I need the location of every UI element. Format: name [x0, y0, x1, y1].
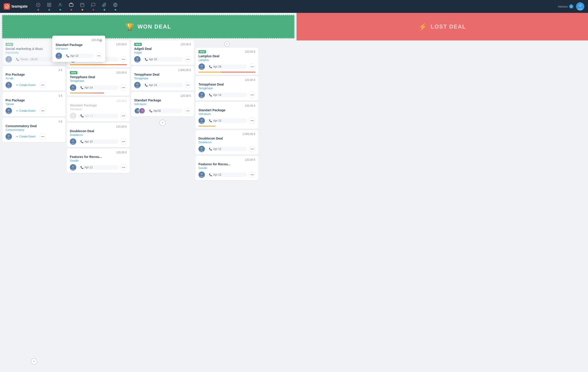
- card-company[interactable]: Volt-taxon: [134, 103, 191, 106]
- card-company[interactable]: Tempphase: [134, 77, 191, 80]
- kanban-col-3-inner: NEW 120,00 € Adgeli Deal Adgeli 📞 Apr 15…: [131, 41, 194, 366]
- card-action[interactable]: 📞 Apr 13: [207, 118, 247, 123]
- nav-leads[interactable]: [33, 2, 43, 11]
- deal-card-pro-yahwe[interactable]: 0 € Pro Package Yahwe ✏ Create Event •••: [3, 92, 65, 116]
- deal-card-features-col4[interactable]: 120,00 € Features for Recou... Goodin 📞 …: [196, 156, 258, 180]
- card-more[interactable]: •••: [185, 108, 191, 114]
- phone-icon: 📞: [209, 119, 212, 122]
- deal-card-pro-xxlab[interactable]: 0 € Pro Package Xx-lab ✏ Create Event ••…: [3, 66, 65, 91]
- card-top: 120,00 €: [199, 104, 255, 107]
- drag-preview-more[interactable]: •••: [95, 53, 102, 59]
- card-action[interactable]: 📞 Apr 15: [142, 57, 183, 62]
- card-more[interactable]: •••: [40, 82, 46, 88]
- deal-card-standart-multi[interactable]: 120,00 € Standart Package Volt-taxon 📞: [131, 92, 194, 116]
- card-more[interactable]: •••: [120, 138, 127, 145]
- card-more[interactable]: •••: [249, 172, 255, 178]
- nav-web[interactable]: [110, 2, 120, 11]
- card-more[interactable]: •••: [249, 146, 255, 152]
- create-event-button-2[interactable]: ✏ Create Event: [14, 109, 38, 113]
- card-badges: NEW: [6, 43, 13, 46]
- deal-card-adgeli[interactable]: NEW 120,00 € Adgeli Deal Adgeli 📞 Apr 15…: [131, 41, 194, 65]
- deal-card-tempphase-1600[interactable]: 1.600,00 € Tempphase Deal Tempphase 📞 Ap…: [131, 66, 194, 91]
- card-action[interactable]: 📞 Tomor... 08:05: [14, 57, 54, 62]
- card-title: Features for Recou...: [70, 155, 127, 159]
- deal-card-standart-col4[interactable]: 120,00 € Standart Package Volt-taxon 📞 A…: [196, 102, 258, 129]
- card-action[interactable]: 📞 Apr 14: [207, 93, 247, 97]
- create-event-button[interactable]: ✏ Create Event: [14, 83, 38, 87]
- card-more[interactable]: •••: [40, 133, 46, 140]
- col3-add-button[interactable]: +: [159, 120, 166, 126]
- card-footer: 📞 Apr 14 •••: [199, 92, 255, 98]
- deal-card-tempphase-col4[interactable]: 120,00 € Tempphase Deal Tempphase 📞 Apr …: [196, 76, 258, 100]
- card-company[interactable]: Goodin: [70, 159, 127, 162]
- nav-icons: [33, 2, 558, 11]
- card-more[interactable]: •••: [185, 56, 191, 63]
- clip-icon: [102, 2, 106, 8]
- card-title: Features for Recou...: [199, 162, 255, 166]
- card-company[interactable]: Doublecon: [70, 133, 127, 137]
- card-company[interactable]: Xx-lab: [6, 77, 63, 80]
- deal-card-features-col2[interactable]: 120,00 € Features for Recou... Goodin 📞 …: [67, 149, 130, 173]
- phone-icon: 📞: [16, 58, 19, 61]
- card-company[interactable]: Tempphase: [199, 87, 255, 90]
- won-banner[interactable]: 🏆 WON DEAL: [2, 15, 295, 39]
- add-card-icon[interactable]: +: [31, 358, 37, 365]
- card-action[interactable]: 📞 Apr 12: [78, 139, 118, 144]
- card-more[interactable]: •••: [249, 64, 255, 70]
- nav-deals[interactable]: [66, 2, 76, 11]
- nav-attachments[interactable]: [99, 2, 109, 11]
- card-company[interactable]: Consummatory: [6, 128, 63, 131]
- progress-bar: [70, 93, 104, 93]
- card-action[interactable]: 📞 Apr 12: [207, 173, 247, 177]
- card-company[interactable]: Adgeli: [134, 51, 191, 54]
- kanban-col-1: NEW 120, Social marketing & Buzz Damdubi…: [2, 41, 66, 366]
- deal-card-standart-volt-grey[interactable]: 120,00 € Standart Package Volt-taxon 📞 A…: [67, 97, 130, 121]
- card-more[interactable]: •••: [120, 164, 127, 171]
- card-more[interactable]: •••: [185, 82, 191, 88]
- drag-preview-company: Volt-taxon: [56, 47, 102, 50]
- app-logo[interactable]: teamgate: [4, 3, 28, 10]
- card-footer: 📞 Apr 12 •••: [70, 164, 127, 171]
- card-company[interactable]: Doublecon: [199, 141, 255, 144]
- lost-banner[interactable]: ⚡ LOST DEAL: [296, 13, 588, 41]
- globe-icon: [113, 2, 118, 8]
- card-more[interactable]: •••: [120, 84, 127, 91]
- card-company[interactable]: Tempphase: [70, 79, 127, 83]
- card-more[interactable]: •••: [40, 108, 46, 114]
- card-price: 120,00 €: [245, 104, 255, 107]
- create-event-button-3[interactable]: ✏ Create Event: [14, 134, 38, 139]
- deal-card-doublecon[interactable]: 120,00 € Doublecon Deal Doublecon 📞 Apr …: [67, 123, 130, 147]
- card-action[interactable]: 📞 Apr16: [147, 109, 183, 113]
- card-company[interactable]: Lamplus: [199, 58, 255, 62]
- deal-card-tempphase-new[interactable]: NEW 120,00 € Tempphase Deal Tempphase 📞 …: [67, 69, 130, 96]
- card-action[interactable]: 📞 Apr 14: [78, 85, 118, 90]
- phone-icon: 📞: [145, 58, 148, 61]
- card-price: 120,00 €: [116, 71, 127, 74]
- nav-contacts[interactable]: [55, 2, 65, 11]
- svg-point-33: [72, 114, 74, 116]
- card-action[interactable]: 📞 Apr 12: [207, 147, 247, 151]
- nav-chat[interactable]: [88, 2, 98, 11]
- card-more[interactable]: •••: [249, 118, 255, 124]
- user-avatar[interactable]: [576, 2, 584, 11]
- card-more[interactable]: •••: [120, 113, 127, 119]
- card-company[interactable]: Yahwe: [6, 103, 63, 106]
- card-action[interactable]: 📞 Apr 14: [142, 83, 183, 87]
- card-action[interactable]: 📞 Apr 13: [78, 114, 118, 118]
- col1-add-button[interactable]: +: [31, 358, 37, 365]
- deal-card-doublecon-col4[interactable]: 2.000,00 € Doublecon Deal Doublecon 📞 Ap…: [196, 130, 258, 154]
- card-more[interactable]: •••: [120, 56, 127, 63]
- deal-card-consummatory[interactable]: 0 € Consummatory Deal Consummatory ✏ Cre…: [3, 118, 65, 142]
- card-action[interactable]: 📞 Apr 28: [207, 64, 247, 69]
- deal-card-lamplus[interactable]: NEW 120,00 € Lamplus Deal Lamplus 📞 Apr …: [196, 48, 258, 75]
- card-company[interactable]: Goodin: [199, 166, 255, 170]
- card-more[interactable]: •••: [249, 92, 255, 98]
- drag-preview-action[interactable]: 📞 Apr 13: [64, 54, 94, 58]
- nav-stats[interactable]: [44, 2, 54, 11]
- col4-add-top-button[interactable]: +: [224, 41, 230, 47]
- card-company[interactable]: Volt-taxon: [70, 108, 127, 111]
- card-action[interactable]: 📞 Apr 12: [78, 165, 118, 170]
- card-date: Apr 13: [213, 119, 221, 122]
- card-company[interactable]: Volt-taxon: [199, 112, 255, 116]
- nav-calendar[interactable]: [77, 2, 87, 11]
